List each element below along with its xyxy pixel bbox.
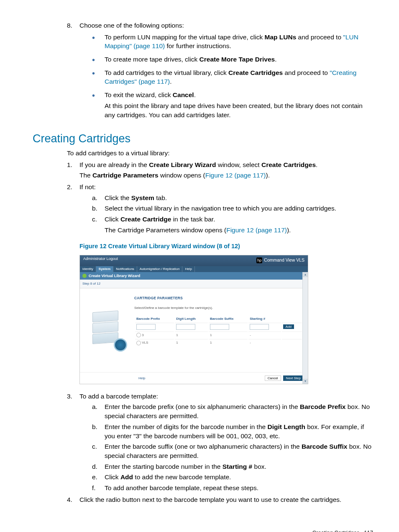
bullet-create-cartridges: To add cartridges to the virtual library… — [92, 68, 374, 86]
step-3c: c.Enter the barcode suffix (one or two a… — [92, 442, 374, 460]
step-1-sub: The Cartridge Parameters window opens (F… — [79, 171, 374, 180]
step-2c: c.Click Create Cartridge in the task bar… — [92, 215, 374, 234]
tab-notifications[interactable]: Notifications — [113, 266, 137, 272]
step-3: 3. To add a barcode template: a.Enter th… — [67, 392, 374, 493]
shot-tabs: Identity System Notifications Automigrat… — [80, 266, 308, 272]
template-row-2: VLS 11- — [135, 339, 302, 346]
step-2: 2. If not: a.Click the System tab. b.Sel… — [67, 182, 374, 234]
col-prefix: Barcode Prefix — [135, 316, 174, 322]
next-step-button[interactable]: Next Step — [283, 375, 304, 381]
template-radio-1[interactable] — [136, 333, 141, 337]
template-row-1: 3 11- — [135, 332, 302, 338]
scroll-up-icon: ▴ — [303, 272, 308, 277]
step-2a: a.Click the System tab. — [92, 193, 374, 203]
template-radio-2[interactable] — [136, 341, 141, 345]
bullet-cancel-note: At this point the library and tape drive… — [105, 101, 374, 119]
panel-heading: CARTRIDGE PARAMETERS — [134, 296, 303, 301]
link-figure-12b[interactable]: Figure 12 (page 117) — [226, 226, 287, 234]
tab-system[interactable]: System — [96, 266, 113, 272]
bullet-more-drives: To create more tape drives, click Create… — [92, 55, 374, 64]
step-8: 8. Choose one of the following options: … — [67, 21, 374, 119]
step-1: 1. If you are already in the Create Libr… — [67, 160, 374, 180]
screenshot-figure: Administrator Logout hpCommand View VLS … — [79, 255, 308, 384]
tab-help[interactable]: Help — [182, 266, 194, 272]
col-digit: Digit Length — [175, 316, 208, 322]
barcode-table: Barcode Prefix Digit Length Barcode Suff… — [134, 315, 303, 347]
wizard-title-bar: Create Virtual Library Wizard — [80, 272, 308, 280]
step-3f: f.To add another barcode template, repea… — [92, 483, 374, 493]
step-8-lead: Choose one of the following options: — [79, 22, 184, 29]
step-2b: b.Select the virtual library in the navi… — [92, 204, 374, 213]
panel-desc: Select/Define a barcode template for the… — [134, 306, 303, 310]
input-row: Add — [135, 323, 302, 331]
help-link[interactable]: Help — [138, 376, 145, 380]
digit-length-input[interactable] — [176, 324, 195, 330]
step-3b: b.Enter the number of digits for the bar… — [92, 422, 374, 440]
tab-identity[interactable]: Identity — [80, 266, 96, 272]
step-8-list: 8. Choose one of the following options: … — [67, 21, 374, 119]
step-2c-sub: The Cartridge Parameters window opens (F… — [105, 226, 374, 235]
page-footer: Creating Cartridges 117 — [33, 529, 374, 532]
starting-number-input[interactable] — [250, 324, 269, 330]
library-stack-icon — [90, 311, 124, 349]
col-suffix: Barcode Suffix — [209, 316, 248, 322]
step-3e: e.Click Add to add the new barcode templ… — [92, 473, 374, 482]
section-intro: To add cartridges to a virtual library: — [67, 149, 374, 158]
shot-brand: hpCommand View VLS — [256, 257, 304, 263]
figure-caption: Figure 12 Create Virtual Library Wizard … — [79, 242, 374, 250]
hp-logo-icon: hp — [256, 257, 262, 263]
scrollbar[interactable]: ▴▾ — [302, 272, 308, 384]
wizard-step-label: Step 8 of 12 — [80, 280, 308, 288]
barcode-suffix-input[interactable] — [210, 324, 229, 330]
wizard-graphic — [80, 288, 134, 372]
step-3d: d.Enter the starting barcode number in t… — [92, 462, 374, 471]
cancel-button[interactable]: Cancel — [265, 375, 281, 381]
bullet-cancel: To exit the wizard, click Cancel. At thi… — [92, 90, 374, 119]
barcode-prefix-input[interactable] — [136, 324, 156, 330]
shot-logout[interactable]: Administrator Logout — [83, 256, 118, 262]
link-figure-12a[interactable]: Figure 12 (page 117) — [205, 172, 266, 179]
check-icon — [82, 274, 87, 278]
post-figure-steps: 3. To add a barcode template: a.Enter th… — [67, 392, 374, 504]
step-4: 4. Click the radio button next to the ba… — [67, 495, 374, 504]
bullet-map-luns: To perform LUN mapping for the virtual t… — [92, 33, 374, 51]
disc-icon — [114, 338, 127, 352]
tab-automigration[interactable]: Automigration / Replication — [137, 266, 183, 272]
section-heading: Creating Cartridges — [33, 131, 374, 147]
add-button[interactable]: Add — [283, 324, 294, 329]
col-starting: Starting # — [248, 316, 281, 322]
creating-steps: 1. If you are already in the Create Libr… — [67, 160, 374, 235]
step-3a: a.Enter the barcode prefix (one to six a… — [92, 402, 374, 420]
scroll-down-icon: ▾ — [303, 379, 308, 384]
